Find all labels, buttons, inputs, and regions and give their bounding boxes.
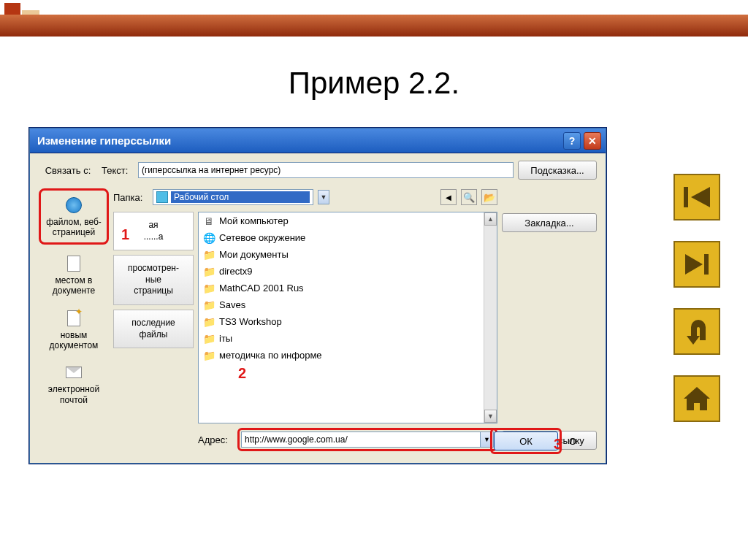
- computer-icon: 🖥: [203, 215, 215, 227]
- svg-marker-1: [691, 187, 710, 207]
- globe-page-icon: [64, 195, 84, 215]
- list-item[interactable]: 📁методичка по информе: [199, 347, 497, 364]
- browse-tab-recent-files[interactable]: последние файлы: [113, 310, 194, 348]
- folder-icon: 📁: [203, 316, 215, 328]
- file-list[interactable]: 🖥Мой компьютер 🌐Сетевое окружение 📁Мои д…: [198, 212, 497, 423]
- hint-button[interactable]: Подсказка...: [518, 161, 597, 180]
- callout-2: 2: [238, 365, 246, 382]
- address-input[interactable]: [241, 431, 481, 448]
- folder-icon: 📁: [203, 266, 215, 277]
- folder-icon: 📁: [203, 249, 215, 261]
- link-type-file-web[interactable]: файлом, веб-страницей: [39, 188, 109, 245]
- browse-web-icon[interactable]: 🔍: [461, 189, 477, 205]
- desktop-icon: [156, 191, 168, 203]
- list-item[interactable]: 📁Saves: [199, 296, 497, 313]
- link-type-email[interactable]: электронной почтой: [39, 359, 109, 408]
- link-type-label: местом в документе: [40, 275, 107, 296]
- nav-home-button[interactable]: [673, 375, 720, 422]
- nav-first-button[interactable]: [673, 174, 720, 220]
- link-type-label: файлом, веб-страницей: [42, 217, 105, 238]
- link-type-label: электронной почтой: [40, 384, 107, 405]
- list-item[interactable]: 📁іты: [199, 330, 497, 347]
- dialog-titlebar: Изменение гиперссылки ? ✕: [30, 129, 606, 153]
- folder-up-icon[interactable]: 📂: [481, 189, 497, 205]
- link-type-label: новым документом: [40, 330, 107, 351]
- link-with-label: Связать с:: [39, 165, 97, 176]
- scroll-down-button[interactable]: ▼: [484, 410, 497, 423]
- browse-tabs: ая ......а просмотрен- ные страницы посл…: [113, 212, 194, 450]
- folder-dropdown-button[interactable]: ▼: [318, 190, 329, 204]
- slide-top-band: [0, 15, 748, 37]
- svg-rect-3: [704, 254, 709, 275]
- list-item[interactable]: 📁TS3 Workshop: [199, 313, 497, 330]
- folder-icon: 📁: [203, 350, 215, 361]
- list-item[interactable]: 🌐Сетевое окружение: [199, 229, 497, 246]
- scroll-up-button[interactable]: ▲: [484, 212, 497, 226]
- list-item[interactable]: 🖥Мой компьютер: [199, 212, 497, 229]
- folder-icon: 📁: [203, 283, 215, 294]
- link-type-new-doc[interactable]: новым документом: [39, 305, 109, 354]
- nav-return-button[interactable]: [673, 308, 720, 355]
- new-document-icon: [64, 308, 84, 329]
- slide-title: Пример 2.2.: [0, 66, 748, 101]
- network-icon: 🌐: [203, 232, 215, 244]
- address-label: Адрес:: [198, 434, 233, 445]
- callout-3: 3: [554, 436, 562, 453]
- svg-marker-2: [685, 254, 703, 275]
- browse-tab-browsed-pages[interactable]: просмотрен- ные страницы: [113, 255, 194, 305]
- document-icon: [64, 253, 84, 274]
- help-button[interactable]: ?: [563, 132, 581, 150]
- mail-icon: [64, 362, 84, 383]
- svg-marker-4: [687, 336, 700, 345]
- folder-icon: 📁: [203, 299, 215, 311]
- ok-button[interactable]: ОК: [494, 431, 558, 450]
- text-input[interactable]: [138, 162, 514, 178]
- dialog-title: Изменение гиперссылки: [37, 134, 563, 147]
- link-type-column: файлом, веб-страницей местом в документе…: [39, 187, 109, 450]
- link-type-place-in-doc[interactable]: местом в документе: [39, 250, 109, 299]
- slide-nav: [673, 174, 720, 422]
- hyperlink-dialog: Изменение гиперссылки ? ✕ Связать с: Тек…: [29, 128, 606, 464]
- callout-1: 1: [121, 226, 129, 243]
- nav-next-button[interactable]: [673, 241, 720, 288]
- folder-icon: 📁: [203, 333, 215, 345]
- ok-highlight: ОК: [490, 428, 562, 454]
- close-button[interactable]: ✕: [584, 132, 601, 150]
- folder-combo[interactable]: Рабочий стол: [153, 189, 313, 205]
- svg-rect-0: [684, 187, 688, 207]
- svg-marker-5: [684, 387, 710, 410]
- list-item[interactable]: 📁MathCAD 2001 Rus: [199, 280, 497, 296]
- list-item[interactable]: 📁directx9: [199, 263, 497, 280]
- back-icon[interactable]: ◄: [440, 189, 457, 205]
- bookmark-button[interactable]: Закладка...: [502, 213, 597, 232]
- list-item[interactable]: 📁Мои документы: [199, 246, 497, 263]
- scrollbar-vertical[interactable]: ▲ ▼: [484, 212, 497, 423]
- folder-label: Папка:: [113, 192, 148, 203]
- cancel-fragment: О: [569, 436, 595, 447]
- address-highlight: ▼: [237, 428, 497, 451]
- text-label: Текст:: [102, 165, 134, 176]
- folder-value: Рабочий стол: [171, 191, 310, 203]
